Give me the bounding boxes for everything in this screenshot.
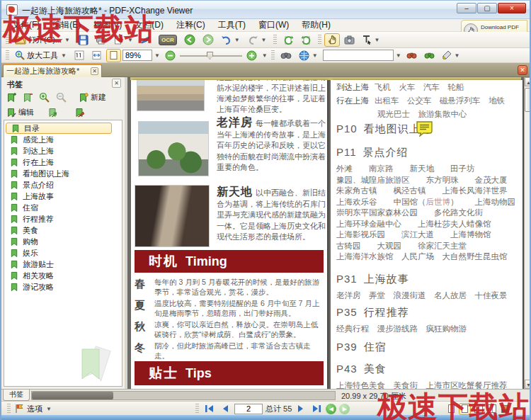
menu-window[interactable]: 窗口(W) [252,19,295,31]
find-button[interactable] [278,49,295,62]
open-button[interactable]: 打开(O)... ▼ [12,33,74,47]
undo-button[interactable]: ▼ [218,33,244,47]
history-forward-button[interactable]: ▶ [339,404,350,414]
redo-dropdown-caret[interactable]: ▼ [261,37,268,43]
toolbar-grip[interactable] [6,35,9,45]
history-back-button[interactable]: ◀ [326,404,336,414]
new-bookmark-button[interactable]: 新建 [76,91,108,104]
menu-document[interactable]: 文档(D) [128,19,170,31]
next-page-button[interactable] [295,403,307,414]
vertical-scrollbar-thumb[interactable] [525,88,531,112]
fit-page-button[interactable] [106,49,121,62]
email-button[interactable] [138,33,154,47]
zoom-presets-caret[interactable]: ▼ [261,52,268,59]
last-page-button[interactable] [310,403,323,414]
edit-bookmark-button[interactable]: 编辑 [4,106,36,119]
bookmarks-close-icon[interactable]: ✕ [112,79,121,88]
bookmark-actions-button[interactable] [72,106,87,119]
undo-dropdown-caret[interactable]: ▼ [234,37,241,43]
find-previous-button[interactable] [404,49,420,62]
hand-tool-button[interactable] [324,33,340,47]
web-search-caret[interactable]: ▼ [312,52,319,59]
two-up-layout-button[interactable] [472,403,484,415]
zoom-slider-thumb[interactable] [207,52,213,59]
two-up-continuous-layout-button[interactable] [486,403,498,415]
bookmark-item[interactable]: 旅游贴士 [4,259,122,270]
ocr-button[interactable]: OCR [156,33,180,47]
bookmark-item[interactable]: 上海故事 [4,191,122,202]
minimize-button[interactable]: – [457,3,476,13]
bookmark-item[interactable]: 游记攻略 [4,281,122,293]
horizontal-scrollbar[interactable] [31,391,336,400]
horizontal-scrollbar-thumb[interactable] [32,392,113,399]
toolbar-grip[interactable] [318,35,321,45]
first-page-button[interactable] [203,403,216,414]
toolbar-grip[interactable] [195,404,199,414]
redo-button[interactable]: ▼ [245,33,270,47]
highlight-tool-button[interactable]: ▼ [439,49,464,62]
menu-file[interactable]: 文件(F) [6,19,46,31]
title-bar[interactable]: 一起游上海旅游攻略* - PDF-XChange Viewer – ▢ × [1,1,530,19]
zoom-out-button[interactable] [162,49,178,62]
single-page-layout-button[interactable] [445,403,457,415]
page-number-input[interactable] [234,404,263,414]
continuous-layout-button[interactable] [459,403,471,415]
delete-bookmark-button[interactable] [21,91,35,104]
bookmarks-zoom-out-button[interactable] [54,91,69,104]
find-next-button[interactable] [421,49,438,62]
next-view-button[interactable] [200,33,217,47]
status-collapse-icon[interactable]: ◂ [411,392,413,399]
bookmark-item[interactable]: 行在上海 [4,157,122,168]
menu-comments[interactable]: 注释(C) [170,19,212,31]
options-caret[interactable]: ▼ [45,406,52,412]
bookmark-item[interactable]: 相关攻略 [4,270,122,281]
vertical-scrollbar[interactable]: ▲ ▼ [524,77,531,389]
previous-view-button[interactable] [181,33,198,47]
select-text-tool-button[interactable]: ▼ [359,33,384,47]
bookmark-item[interactable]: 娱乐 [4,247,122,259]
bookmark-item[interactable]: 购物 [4,236,122,247]
menu-edit[interactable]: 编辑(E) [46,19,87,31]
menu-view[interactable]: 视图(V) [87,19,128,31]
toolbar-grip[interactable] [6,50,9,60]
document-pane[interactable]: 是上海的故事，外滩那一幢幢钢筋水泥的楼宇，不正讲述着旧上海滩如梦般繁华的往事，见… [127,77,524,389]
rotate-ccw-button[interactable] [280,33,297,47]
bookmark-item[interactable]: 到达上海 [4,145,122,157]
open-dropdown-caret[interactable]: ▼ [64,37,71,43]
browse-web-button[interactable]: ▼ [296,49,321,62]
bookmark-item[interactable]: 住宿 [4,202,122,213]
bookmarks-zoom-in-button[interactable] [37,91,52,104]
previous-page-button[interactable] [219,403,232,414]
zoom-tool-caret[interactable]: ▼ [60,52,67,59]
menu-tools[interactable]: 工具(T) [212,19,252,31]
zoom-level-input[interactable] [122,50,152,61]
options-label[interactable]: 选项 [27,404,42,414]
sticky-note-icon[interactable] [416,120,433,137]
layout-caret[interactable]: ▼ [513,406,520,412]
bookmark-properties-button[interactable] [45,106,60,119]
bookmark-item[interactable]: 看地图识上海 [4,168,122,179]
zoom-level-caret[interactable]: ▼ [154,52,161,59]
toolbar-grip[interactable] [273,35,277,45]
scroll-down-icon[interactable]: ▼ [525,380,531,389]
bookmark-item[interactable]: 美食 [4,225,122,236]
maximize-button[interactable]: ▢ [477,3,497,13]
zoom-slider[interactable] [180,50,242,61]
tools-dropdown-caret[interactable]: ▼ [374,37,381,43]
search-input[interactable] [323,50,394,61]
close-document-button[interactable]: ✕ [518,65,527,75]
actual-size-button[interactable] [72,49,87,62]
zoom-in-button[interactable] [244,49,260,62]
scroll-up-icon[interactable]: ▲ [525,77,531,86]
bookmarks-bottom-tab[interactable]: 书签 [3,390,30,401]
bookmark-item[interactable]: 目录 [6,123,112,134]
reading-mode-button[interactable] [499,403,511,415]
rotate-cw-button[interactable] [298,33,315,47]
zoom-tool-button[interactable]: 放大工具 ▼ [12,49,70,62]
export-button[interactable]: ▼ [111,33,137,47]
highlight-caret[interactable]: ▼ [454,52,461,59]
snapshot-tool-button[interactable] [341,33,358,47]
bookmark-item[interactable]: 景点介绍 [4,179,122,191]
document-tab[interactable]: 一起游上海旅游攻略* ✕ [3,64,102,77]
toolbar-grip[interactable] [7,404,11,414]
